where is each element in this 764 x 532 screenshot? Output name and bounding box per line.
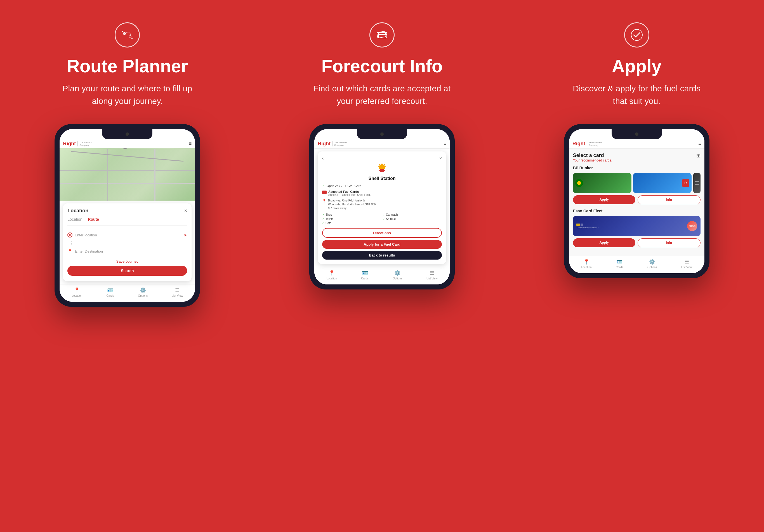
check-adblue-icon: ✓: [383, 217, 385, 220]
open-status-text: Open 24 / 7 · HGV · Core: [327, 184, 361, 188]
esso-info-btn[interactable]: Info: [638, 238, 700, 247]
enter-dest-row: 📍 Enter Destination: [68, 247, 187, 256]
nav-options-1[interactable]: ⚙️ Options: [138, 287, 148, 297]
enter-location-row: Enter location ➤: [68, 230, 187, 240]
accepted-fuel-cards-row: Accepted Fuel Cards Shell CRT, Shell Fle…: [322, 190, 442, 197]
modal-header: Location ×: [68, 208, 187, 214]
nav-location-icon-1: 📍: [74, 287, 80, 293]
nav-location-3[interactable]: 📍 Location: [581, 259, 592, 269]
phone-3: Right The EdmondCompany ≡ Select a card …: [564, 124, 709, 278]
nav-cards-1[interactable]: 🪪 Cards: [106, 287, 114, 297]
svg-point-8: [379, 169, 385, 172]
logo-sub-3: The EdmondCompany: [589, 141, 602, 146]
fuel-card-icon: [322, 191, 327, 194]
nav-location-label-1: Location: [72, 294, 82, 297]
enter-location-input[interactable]: Enter location: [75, 233, 181, 237]
fleet-card-preview: R: [633, 173, 691, 193]
dot-inner: [69, 234, 71, 236]
shell-logo: [322, 163, 442, 175]
accepted-cards-text: Shell CRT, Shell Fleet, Shell Flexi.: [328, 194, 371, 197]
phone-notch-3: [612, 129, 662, 139]
forecourt-info-panel: Forecourt Info Find out which cards are …: [255, 0, 509, 532]
nav-cards-label-3: Cards: [616, 266, 623, 269]
amenities-grid: ✓ Shop ✓ Car wash ✓ Toilets ✓: [322, 213, 442, 225]
amenity-adblue: ✓ Ad Blue: [383, 217, 442, 220]
check-icon: [624, 22, 649, 48]
phone-1: Right The EdmondCompany ≡: [55, 124, 200, 307]
esso-chips: [576, 223, 599, 226]
nav-cards-2[interactable]: 🪪 Cards: [361, 270, 369, 280]
back-arrow-btn[interactable]: ‹: [322, 156, 323, 161]
nav-list-icon-2: ☰: [430, 270, 434, 276]
esso-apply-btn[interactable]: Apply: [573, 238, 635, 247]
amenity-adblue-label: Ad Blue: [386, 217, 396, 220]
back-to-results-button[interactable]: Back to results: [322, 251, 442, 260]
amenity-cafe-label: Cafe: [325, 221, 331, 225]
nav-list-label-2: List View: [427, 277, 438, 280]
select-card-title: Select a card: [573, 153, 612, 158]
nav-listview-2[interactable]: ☰ List View: [427, 270, 438, 280]
enter-destination-input[interactable]: Enter Destination: [75, 249, 187, 253]
amenity-shop: ✓ Shop: [322, 213, 381, 216]
nav-listview-3[interactable]: ☰ List View: [681, 259, 692, 269]
close-x-btn[interactable]: ×: [439, 156, 442, 161]
locate-me-icon[interactable]: ➤: [184, 233, 187, 237]
nav-location-label-2: Location: [326, 277, 337, 280]
modal-close-btn[interactable]: ×: [184, 208, 187, 214]
tab-route[interactable]: Route: [88, 217, 99, 223]
apply-fuel-card-button[interactable]: Apply for a Fuel Card: [322, 240, 442, 249]
save-journey-btn[interactable]: Save Journey: [68, 259, 187, 263]
bp-card-preview: [573, 173, 632, 193]
nav-location-1[interactable]: 📍 Location: [72, 287, 82, 297]
nav-cards-3[interactable]: 🪪 Cards: [616, 259, 623, 269]
nav-options-2[interactable]: ⚙️ Options: [393, 270, 402, 280]
phone-notch-2: [357, 129, 407, 139]
filter-icon[interactable]: ⊞: [696, 153, 700, 159]
route-planner-subtitle: Plan your route and where to fill up alo…: [57, 82, 197, 107]
amenity-toilets-label: Toilets: [325, 217, 333, 220]
dark-card-preview: [693, 173, 700, 193]
location-dot-icon: [68, 232, 73, 237]
nav-options-icon-2: ⚙️: [394, 270, 400, 276]
menu-icon-3[interactable]: ≡: [698, 141, 701, 146]
logo-divider-1: [78, 141, 78, 146]
search-button[interactable]: Search: [68, 266, 187, 276]
modal-tabs: Location Route: [68, 217, 187, 226]
address-row: 📍 Broadway, Ring Rd, HorsforthWoodside, …: [322, 199, 442, 210]
logo-divider-2: [332, 141, 332, 146]
nav-location-icon-3: 📍: [583, 259, 590, 265]
destination-pin-icon: 📍: [68, 249, 72, 253]
bottom-nav-1: 📍 Location 🪪 Cards ⚙️ Options ☰ List Vie…: [60, 284, 195, 302]
check-toilets-icon: ✓: [322, 217, 324, 220]
shell-station-name: Shell Station: [322, 176, 442, 181]
map-view: Right The EdmondCompany ≡: [60, 139, 195, 200]
esso-action-row: Apply Info: [573, 238, 700, 247]
route-planner-title: Route Planner: [67, 56, 188, 76]
app-logo-1: Right The EdmondCompany: [63, 141, 92, 147]
bp-apply-btn[interactable]: Apply: [573, 195, 635, 204]
logo-right-1: Right: [63, 141, 76, 147]
menu-icon-2[interactable]: ≡: [444, 141, 446, 146]
svg-point-9: [631, 29, 642, 41]
apply-panel: Apply Discover & apply for the fuel card…: [509, 0, 764, 532]
nav-location-2[interactable]: 📍 Location: [326, 270, 337, 280]
nav-cards-icon-2: 🪪: [362, 270, 368, 276]
forecourt-subtitle: Find out which cards are accepted at you…: [312, 82, 452, 107]
nav-listview-1[interactable]: ☰ List View: [172, 287, 183, 297]
esso-card-preview: 7333146010550070047 ESSO: [573, 216, 700, 236]
check-carwash-icon: ✓: [383, 213, 385, 216]
bp-info-btn[interactable]: Info: [638, 195, 700, 204]
nav-cards-label-1: Cards: [106, 294, 114, 297]
nav-options-label-3: Options: [648, 266, 657, 269]
menu-icon-1[interactable]: ≡: [189, 141, 192, 147]
forecourt-title: Forecourt Info: [321, 56, 443, 76]
nav-options-3[interactable]: ⚙️ Options: [648, 259, 657, 269]
directions-button[interactable]: Directions: [322, 228, 442, 238]
amenity-toilets: ✓ Toilets: [322, 217, 381, 220]
shell-modal: ‹ × Shell Station ✓ Open 24 / 7 · HGV · …: [318, 151, 446, 264]
nav-location-label-3: Location: [581, 266, 592, 269]
nav-options-label-2: Options: [393, 277, 402, 280]
tab-location[interactable]: Location: [68, 217, 82, 223]
nav-options-icon-1: ⚙️: [140, 287, 146, 293]
amenity-carwash-label: Car wash: [386, 213, 398, 216]
